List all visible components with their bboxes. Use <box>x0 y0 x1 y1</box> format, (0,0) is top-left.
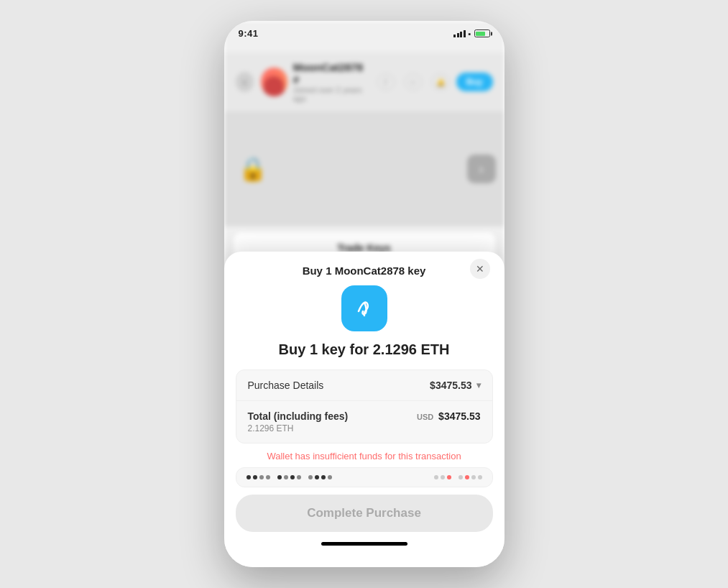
share-icon: ⤴ <box>377 73 395 91</box>
wallet-balance-dots <box>434 475 482 479</box>
wallet-dot-4 <box>266 475 270 479</box>
app-icon <box>341 285 387 331</box>
purchase-modal: Buy 1 MoonCat2878 key ✕ Buy 1 key for 2.… <box>224 252 504 567</box>
total-row: Total (including fees) USD $3475.53 2.12… <box>236 401 492 443</box>
wallet-dot-7 <box>290 475 295 479</box>
bg-header: ‹ MoonCat2878 # Joined over 2 years ago … <box>224 52 504 111</box>
phone-container: 9:41 ▪ ‹ MoonCat2878 # <box>224 21 504 567</box>
modal-header: Buy 1 MoonCat2878 key ✕ <box>224 252 504 285</box>
purchase-details-header[interactable]: Purchase Details $3475.53 ▾ <box>236 370 492 401</box>
purchase-details-value: $3475.53 ▾ <box>430 380 480 391</box>
modal-main-text: Buy 1 key for 2.1296 ETH <box>224 341 504 358</box>
modal-title: Buy 1 MoonCat2878 key <box>303 265 426 277</box>
usd-label: USD <box>417 413 433 421</box>
bell-icon: 🔔 <box>432 73 449 91</box>
battery-icon <box>474 29 490 37</box>
star-icon: ☆ <box>405 73 422 91</box>
complete-purchase-button[interactable]: Complete Purchase <box>236 495 493 532</box>
purchase-details-section: Purchase Details $3475.53 ▾ Total (inclu… <box>236 369 493 444</box>
bg-avatar <box>261 68 287 96</box>
bg-username: MoonCat2878 # <box>293 61 370 86</box>
wallet-dot-11 <box>321 475 326 479</box>
complete-purchase-label: Complete Purchase <box>307 506 421 520</box>
wallet-dot-8 <box>297 475 301 479</box>
app-logo-icon <box>351 295 377 321</box>
status-bar: 9:41 ▪ <box>224 21 504 42</box>
bg-buy-button: Buy <box>456 73 493 91</box>
wallet-dot-9 <box>308 475 313 479</box>
error-message: Wallet has insufficient funds for this t… <box>236 451 493 461</box>
total-eth: 2.1296 ETH <box>248 423 481 433</box>
signal-icon <box>453 30 466 37</box>
battery-fill <box>476 32 485 36</box>
purchase-details-label: Purchase Details <box>248 380 324 391</box>
bg-action-icons: ⤴ ☆ 🔔 <box>377 73 449 91</box>
status-time: 9:41 <box>239 28 259 39</box>
chevron-down-icon: ▾ <box>476 380 481 390</box>
total-label: Total (including fees) USD $3475.53 <box>248 410 481 422</box>
wallet-dot-6 <box>284 475 288 479</box>
wallet-row[interactable] <box>236 467 493 487</box>
total-amount: USD $3475.53 <box>417 410 481 422</box>
close-button[interactable]: ✕ <box>470 259 490 279</box>
wallet-dot-2 <box>253 475 257 479</box>
lock-icon: 🔒 <box>239 155 267 183</box>
wallet-dot-10 <box>315 475 319 479</box>
bg-back-button: ‹ <box>236 72 254 92</box>
status-icons: ▪ <box>453 29 489 38</box>
wifi-icon: ▪ <box>469 29 471 38</box>
wallet-dot-12 <box>328 475 332 479</box>
bg-image-area: 🔒 › <box>224 111 504 226</box>
wallet-dot-1 <box>246 475 251 479</box>
bg-subtitle: Joined over 2 years ago <box>293 86 370 103</box>
wallet-dot-5 <box>277 475 282 479</box>
wallet-dot-3 <box>259 475 264 479</box>
home-indicator <box>321 542 407 546</box>
bg-nav-button: › <box>467 155 496 183</box>
wallet-dots <box>246 475 332 479</box>
